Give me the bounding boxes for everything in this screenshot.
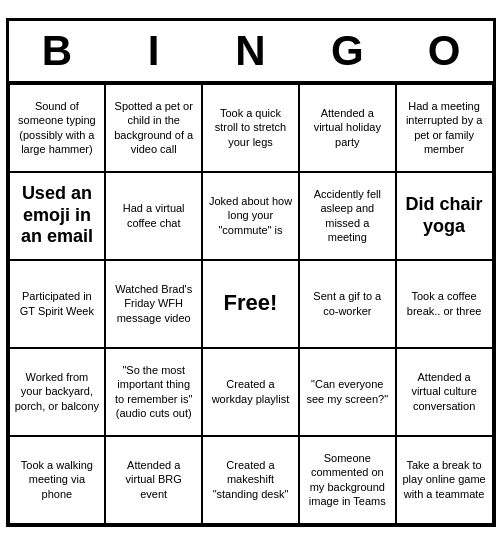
cell-i1[interactable]: Spotted a pet or child in the background… [105,84,202,172]
cell-g2[interactable]: Accidently fell asleep and missed a meet… [299,172,396,260]
cell-n4[interactable]: Created a workday playlist [202,348,299,436]
cell-o4[interactable]: Attended a virtual culture conversation [396,348,493,436]
cell-b3[interactable]: Participated in GT Spirit Week [9,260,106,348]
cell-n5[interactable]: Created a makeshift "standing desk" [202,436,299,524]
cell-b4[interactable]: Worked from your backyard, porch, or bal… [9,348,106,436]
cell-g4[interactable]: "Can everyone see my screen?" [299,348,396,436]
cell-n2[interactable]: Joked about how long your "commute" is [202,172,299,260]
cell-i4[interactable]: "So the most important thing to remember… [105,348,202,436]
bingo-grid: Sound of someone typing (possibly with a… [9,84,493,524]
cell-o5[interactable]: Take a break to play online game with a … [396,436,493,524]
bingo-letter-g: G [302,27,392,75]
cell-o1[interactable]: Had a meeting interrupted by a pet or fa… [396,84,493,172]
cell-i2[interactable]: Had a virtual coffee chat [105,172,202,260]
bingo-header: BINGO [9,21,493,84]
cell-i5[interactable]: Attended a virtual BRG event [105,436,202,524]
cell-o2[interactable]: Did chair yoga [396,172,493,260]
cell-n3[interactable]: Free! [202,260,299,348]
bingo-letter-o: O [399,27,489,75]
cell-i3[interactable]: Watched Brad's Friday WFH message video [105,260,202,348]
bingo-letter-i: I [109,27,199,75]
bingo-card: BINGO Sound of someone typing (possibly … [6,18,496,527]
cell-g1[interactable]: Attended a virtual holiday party [299,84,396,172]
cell-b1[interactable]: Sound of someone typing (possibly with a… [9,84,106,172]
cell-b5[interactable]: Took a walking meeting via phone [9,436,106,524]
cell-g3[interactable]: Sent a gif to a co-worker [299,260,396,348]
bingo-letter-b: B [12,27,102,75]
bingo-letter-n: N [205,27,295,75]
cell-n1[interactable]: Took a quick stroll to stretch your legs [202,84,299,172]
cell-o3[interactable]: Took a coffee break.. or three [396,260,493,348]
cell-g5[interactable]: Someone commented on my background image… [299,436,396,524]
cell-b2[interactable]: Used an emoji in an email [9,172,106,260]
